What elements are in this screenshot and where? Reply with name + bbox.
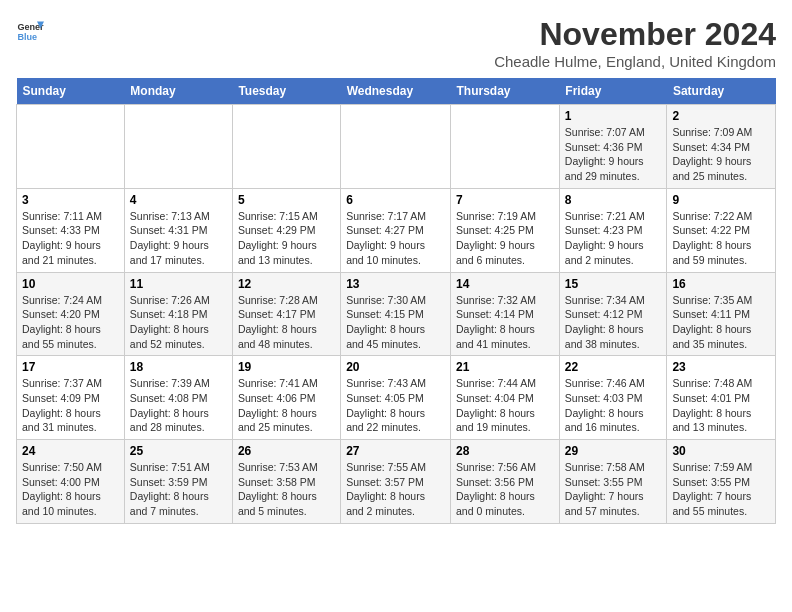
calendar-cell: 12Sunrise: 7:28 AM Sunset: 4:17 PM Dayli… <box>232 272 340 356</box>
cell-content: Sunrise: 7:35 AM Sunset: 4:11 PM Dayligh… <box>672 293 770 352</box>
week-row-3: 10Sunrise: 7:24 AM Sunset: 4:20 PM Dayli… <box>17 272 776 356</box>
column-header-thursday: Thursday <box>451 78 560 105</box>
calendar-cell: 16Sunrise: 7:35 AM Sunset: 4:11 PM Dayli… <box>667 272 776 356</box>
cell-content: Sunrise: 7:22 AM Sunset: 4:22 PM Dayligh… <box>672 209 770 268</box>
calendar-cell: 9Sunrise: 7:22 AM Sunset: 4:22 PM Daylig… <box>667 188 776 272</box>
day-number: 11 <box>130 277 227 291</box>
title-area: November 2024 Cheadle Hulme, England, Un… <box>494 16 776 70</box>
calendar-cell: 17Sunrise: 7:37 AM Sunset: 4:09 PM Dayli… <box>17 356 125 440</box>
calendar-cell: 10Sunrise: 7:24 AM Sunset: 4:20 PM Dayli… <box>17 272 125 356</box>
day-number: 23 <box>672 360 770 374</box>
cell-content: Sunrise: 7:51 AM Sunset: 3:59 PM Dayligh… <box>130 460 227 519</box>
day-number: 29 <box>565 444 662 458</box>
day-number: 13 <box>346 277 445 291</box>
day-number: 4 <box>130 193 227 207</box>
day-number: 18 <box>130 360 227 374</box>
cell-content: Sunrise: 7:17 AM Sunset: 4:27 PM Dayligh… <box>346 209 445 268</box>
column-header-friday: Friday <box>559 78 667 105</box>
column-header-sunday: Sunday <box>17 78 125 105</box>
cell-content: Sunrise: 7:24 AM Sunset: 4:20 PM Dayligh… <box>22 293 119 352</box>
calendar-cell: 21Sunrise: 7:44 AM Sunset: 4:04 PM Dayli… <box>451 356 560 440</box>
calendar-cell: 30Sunrise: 7:59 AM Sunset: 3:55 PM Dayli… <box>667 440 776 524</box>
cell-content: Sunrise: 7:43 AM Sunset: 4:05 PM Dayligh… <box>346 376 445 435</box>
calendar-cell: 19Sunrise: 7:41 AM Sunset: 4:06 PM Dayli… <box>232 356 340 440</box>
day-number: 27 <box>346 444 445 458</box>
calendar-cell: 22Sunrise: 7:46 AM Sunset: 4:03 PM Dayli… <box>559 356 667 440</box>
cell-content: Sunrise: 7:32 AM Sunset: 4:14 PM Dayligh… <box>456 293 554 352</box>
day-number: 24 <box>22 444 119 458</box>
logo-icon: General Blue <box>16 16 44 44</box>
day-number: 1 <box>565 109 662 123</box>
week-row-2: 3Sunrise: 7:11 AM Sunset: 4:33 PM Daylig… <box>17 188 776 272</box>
calendar-cell: 2Sunrise: 7:09 AM Sunset: 4:34 PM Daylig… <box>667 105 776 189</box>
cell-content: Sunrise: 7:21 AM Sunset: 4:23 PM Dayligh… <box>565 209 662 268</box>
calendar-cell: 23Sunrise: 7:48 AM Sunset: 4:01 PM Dayli… <box>667 356 776 440</box>
day-number: 3 <box>22 193 119 207</box>
calendar-cell: 26Sunrise: 7:53 AM Sunset: 3:58 PM Dayli… <box>232 440 340 524</box>
calendar-cell: 4Sunrise: 7:13 AM Sunset: 4:31 PM Daylig… <box>124 188 232 272</box>
calendar-cell: 6Sunrise: 7:17 AM Sunset: 4:27 PM Daylig… <box>341 188 451 272</box>
day-number: 15 <box>565 277 662 291</box>
week-row-1: 1Sunrise: 7:07 AM Sunset: 4:36 PM Daylig… <box>17 105 776 189</box>
cell-content: Sunrise: 7:39 AM Sunset: 4:08 PM Dayligh… <box>130 376 227 435</box>
calendar-cell: 1Sunrise: 7:07 AM Sunset: 4:36 PM Daylig… <box>559 105 667 189</box>
day-number: 21 <box>456 360 554 374</box>
calendar-table: SundayMondayTuesdayWednesdayThursdayFrid… <box>16 78 776 524</box>
calendar-cell <box>451 105 560 189</box>
calendar-cell: 11Sunrise: 7:26 AM Sunset: 4:18 PM Dayli… <box>124 272 232 356</box>
day-number: 6 <box>346 193 445 207</box>
calendar-cell <box>341 105 451 189</box>
day-number: 28 <box>456 444 554 458</box>
day-number: 10 <box>22 277 119 291</box>
day-number: 25 <box>130 444 227 458</box>
calendar-cell <box>124 105 232 189</box>
cell-content: Sunrise: 7:53 AM Sunset: 3:58 PM Dayligh… <box>238 460 335 519</box>
cell-content: Sunrise: 7:28 AM Sunset: 4:17 PM Dayligh… <box>238 293 335 352</box>
calendar-cell: 13Sunrise: 7:30 AM Sunset: 4:15 PM Dayli… <box>341 272 451 356</box>
day-number: 9 <box>672 193 770 207</box>
cell-content: Sunrise: 7:50 AM Sunset: 4:00 PM Dayligh… <box>22 460 119 519</box>
day-number: 8 <box>565 193 662 207</box>
cell-content: Sunrise: 7:56 AM Sunset: 3:56 PM Dayligh… <box>456 460 554 519</box>
cell-content: Sunrise: 7:13 AM Sunset: 4:31 PM Dayligh… <box>130 209 227 268</box>
day-number: 5 <box>238 193 335 207</box>
calendar-cell: 5Sunrise: 7:15 AM Sunset: 4:29 PM Daylig… <box>232 188 340 272</box>
day-number: 17 <box>22 360 119 374</box>
cell-content: Sunrise: 7:55 AM Sunset: 3:57 PM Dayligh… <box>346 460 445 519</box>
cell-content: Sunrise: 7:44 AM Sunset: 4:04 PM Dayligh… <box>456 376 554 435</box>
day-number: 7 <box>456 193 554 207</box>
cell-content: Sunrise: 7:48 AM Sunset: 4:01 PM Dayligh… <box>672 376 770 435</box>
day-number: 30 <box>672 444 770 458</box>
day-number: 12 <box>238 277 335 291</box>
day-number: 16 <box>672 277 770 291</box>
calendar-cell: 14Sunrise: 7:32 AM Sunset: 4:14 PM Dayli… <box>451 272 560 356</box>
day-number: 20 <box>346 360 445 374</box>
calendar-cell <box>17 105 125 189</box>
cell-content: Sunrise: 7:15 AM Sunset: 4:29 PM Dayligh… <box>238 209 335 268</box>
header: General Blue November 2024 Cheadle Hulme… <box>16 16 776 70</box>
calendar-cell: 20Sunrise: 7:43 AM Sunset: 4:05 PM Dayli… <box>341 356 451 440</box>
calendar-cell: 15Sunrise: 7:34 AM Sunset: 4:12 PM Dayli… <box>559 272 667 356</box>
calendar-cell: 8Sunrise: 7:21 AM Sunset: 4:23 PM Daylig… <box>559 188 667 272</box>
calendar-cell: 18Sunrise: 7:39 AM Sunset: 4:08 PM Dayli… <box>124 356 232 440</box>
cell-content: Sunrise: 7:59 AM Sunset: 3:55 PM Dayligh… <box>672 460 770 519</box>
calendar-cell: 25Sunrise: 7:51 AM Sunset: 3:59 PM Dayli… <box>124 440 232 524</box>
calendar-cell: 28Sunrise: 7:56 AM Sunset: 3:56 PM Dayli… <box>451 440 560 524</box>
column-header-wednesday: Wednesday <box>341 78 451 105</box>
logo: General Blue <box>16 16 44 44</box>
cell-content: Sunrise: 7:30 AM Sunset: 4:15 PM Dayligh… <box>346 293 445 352</box>
cell-content: Sunrise: 7:37 AM Sunset: 4:09 PM Dayligh… <box>22 376 119 435</box>
day-number: 2 <box>672 109 770 123</box>
week-row-5: 24Sunrise: 7:50 AM Sunset: 4:00 PM Dayli… <box>17 440 776 524</box>
cell-content: Sunrise: 7:46 AM Sunset: 4:03 PM Dayligh… <box>565 376 662 435</box>
week-row-4: 17Sunrise: 7:37 AM Sunset: 4:09 PM Dayli… <box>17 356 776 440</box>
calendar-header-row: SundayMondayTuesdayWednesdayThursdayFrid… <box>17 78 776 105</box>
location-subtitle: Cheadle Hulme, England, United Kingdom <box>494 53 776 70</box>
calendar-cell <box>232 105 340 189</box>
column-header-saturday: Saturday <box>667 78 776 105</box>
calendar-cell: 27Sunrise: 7:55 AM Sunset: 3:57 PM Dayli… <box>341 440 451 524</box>
cell-content: Sunrise: 7:11 AM Sunset: 4:33 PM Dayligh… <box>22 209 119 268</box>
month-title: November 2024 <box>494 16 776 53</box>
day-number: 19 <box>238 360 335 374</box>
column-header-tuesday: Tuesday <box>232 78 340 105</box>
